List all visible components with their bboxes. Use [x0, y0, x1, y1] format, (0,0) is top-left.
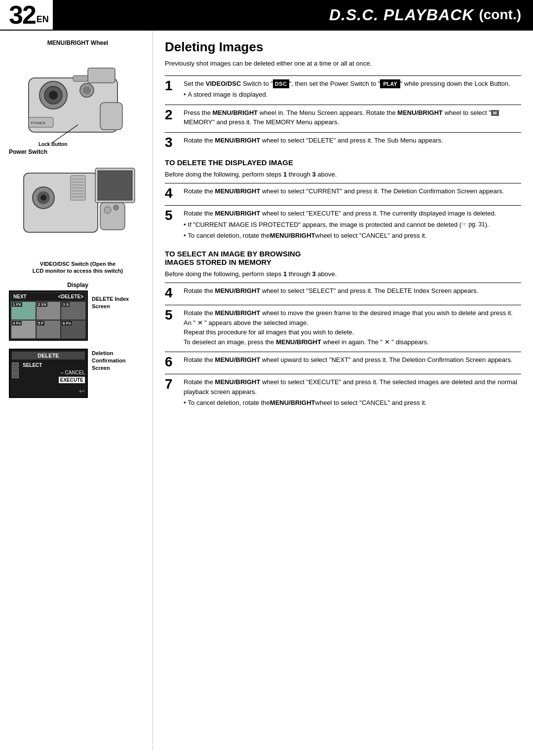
delete-index-screen: NEXT <DELETE> 1 FX 2 SX 3 S 4 Fn 5 F 6 F… [9, 290, 88, 342]
thumb-1: 1 FX [11, 302, 36, 320]
svg-rect-15 [98, 171, 132, 200]
page-title-cont: (cont.) [479, 7, 521, 23]
conf-select-label: SELECT [23, 362, 42, 368]
svg-rect-5 [100, 103, 122, 130]
conf-nav-icon: ↩ [79, 387, 85, 395]
menu-bright-label: MENU/BRIGHT Wheel [9, 39, 147, 46]
sub1-step-4-content: Rotate the MENU/BRIGHT wheel to select "… [184, 186, 521, 196]
conf-cancel-label: – CANCEL [61, 370, 85, 375]
page-title-block: D.S.C. PLAYBACK (cont.) [53, 0, 533, 30]
conf-bottom-nav: ↩ [12, 387, 85, 395]
deletion-conf-label-text: DeletionConfirmationScreen [92, 350, 125, 371]
display-section: Display NEXT <DELETE> 1 FX 2 SX 3 S 4 Fn [9, 282, 147, 398]
subsection-2-intro: Before doing the following, perform step… [165, 269, 521, 279]
page-header: 32 EN D.S.C. PLAYBACK (cont.) [0, 0, 533, 31]
svg-point-10 [83, 86, 91, 94]
thumb-3-label: 3 S [62, 302, 70, 307]
conf-execute-label: EXECUTE [59, 377, 85, 383]
sub2-step-7: 7 Rotate the MENU/BRIGHT wheel to select… [165, 374, 521, 408]
camera-bottom-diagram: VIDEO/DSC Switch (Open theLCD monitor to… [9, 158, 147, 275]
thumb-1-label: 1 FX [12, 302, 22, 307]
camera-top-diagram: MENU/BRIGHT Wheel Lock Button [9, 39, 147, 155]
svg-point-20 [104, 207, 111, 214]
page-title: D.S.C. PLAYBACK [329, 6, 474, 24]
step-3-number: 3 [165, 136, 184, 149]
page-number-block: 32 EN [0, 0, 53, 30]
intro-text: Previously shot images can be deleted ei… [165, 59, 521, 69]
step-1-number: 1 [165, 79, 184, 93]
subsection-1-intro: Before doing the following, perform step… [165, 170, 521, 180]
delete-index-screen-box: NEXT <DELETE> 1 FX 2 SX 3 S 4 Fn 5 F 6 F… [9, 290, 88, 341]
svg-text:POWER: POWER [31, 121, 45, 125]
thumb-4: 4 Fn [11, 321, 36, 338]
conf-sidebar-icons [12, 362, 19, 378]
step-2-content: Press the MENU/BRIGHT wheel in. The Menu… [184, 108, 521, 127]
sub1-step-4-number: 4 [165, 186, 184, 200]
sub2-step-7-bullet: To cancel deletion, rotate the MENU/BRIG… [184, 398, 521, 408]
delete-btn-label: <DELETE> [58, 294, 83, 299]
sidebar-icon-1 [12, 362, 19, 367]
sub2-step-7-number: 7 [165, 377, 184, 391]
step-1-content: Set the VIDEO/DSC Switch to "DSC", then … [184, 79, 521, 100]
sub1-step-5-bullet-2: To cancel deletion, rotate the MENU/BRIG… [184, 231, 521, 241]
step-3-content: Rotate the MENU/BRIGHT wheel to select "… [184, 136, 521, 145]
page-suffix: EN [37, 14, 49, 25]
step-2: 2 Press the MENU/BRIGHT wheel in. The Me… [165, 105, 521, 127]
delete-index-wrapper: NEXT <DELETE> 1 FX 2 SX 3 S 4 Fn 5 F 6 F… [9, 290, 147, 342]
svg-point-21 [114, 205, 118, 210]
pg-ref-1: ☞ pg. 31 [461, 220, 485, 229]
sub2-step-6: 6 Rotate the MENU/BRIGHT wheel upward to… [165, 352, 521, 369]
thumb-2: 2 SX [37, 302, 61, 320]
main-content: MENU/BRIGHT Wheel Lock Button [0, 31, 533, 751]
sub2-step-5-content: Rotate the MENU/BRIGHT wheel to move the… [184, 308, 521, 347]
thumb-6: 6 Fn [61, 321, 85, 338]
conf-main-content: SELECT – CANCEL EXECUTE [23, 362, 85, 383]
sub2-step-5-number: 5 [165, 308, 184, 322]
section-title: Deleting Images [165, 39, 521, 55]
sub2-step-6-number: 6 [165, 355, 184, 369]
sidebar-icon-2 [12, 368, 19, 373]
right-column: Deleting Images Previously shot images c… [153, 31, 533, 751]
sub2-step-4: 4 Rotate the MENU/BRIGHT wheel to select… [165, 283, 521, 300]
sub2-step-5: 5 Rotate the MENU/BRIGHT wheel to move t… [165, 305, 521, 347]
thumb-2-label: 2 SX [37, 302, 47, 307]
camera-bottom-svg [14, 158, 142, 257]
thumbnail-grid: 1 FX 2 SX 3 S 4 Fn 5 F 6 Fn [11, 302, 85, 338]
thumb-6-label: 6 Fn [62, 321, 72, 326]
page-number: 32 [9, 2, 36, 28]
step-2-number: 2 [165, 108, 184, 122]
svg-point-3 [49, 91, 58, 100]
deletion-conf-label: DeletionConfirmationScreen [92, 350, 125, 372]
subsection-1-title: To Delete the Displayed Image [165, 158, 521, 167]
next-btn-label: NEXT [13, 294, 27, 299]
camera-top-svg: Lock Button POWER [14, 48, 142, 147]
thumb-4-label: 4 Fn [12, 321, 22, 326]
dsc-badge: DSC [273, 79, 289, 89]
video-dsc-label: VIDEO/DSC Switch (Open theLCD monitor to… [9, 260, 147, 275]
thumb-3: 3 S [61, 302, 85, 320]
sub2-step-7-content: Rotate the MENU/BRIGHT wheel to select "… [184, 377, 521, 408]
sub2-step-4-content: Rotate the MENU/BRIGHT wheel to select "… [184, 286, 521, 296]
sub1-step-5-bullet-1: If "CURRENT IMAGE IS PROTECTED" appears,… [184, 220, 521, 230]
conf-delete-title: DELETE [12, 352, 85, 360]
delete-index-screen-label: DELETE IndexScreen [92, 295, 129, 311]
thumb-5: 5 F [37, 321, 61, 338]
left-column: MENU/BRIGHT Wheel Lock Button [0, 31, 153, 751]
delete-index-screen-label-text: DELETE IndexScreen [92, 296, 129, 309]
play-badge: PLAY [380, 79, 400, 89]
step-1: 1 Set the VIDEO/DSC Switch to "DSC", the… [165, 75, 521, 100]
sub1-step-5: 5 Rotate the MENU/BRIGHT wheel to select… [165, 205, 521, 241]
sub2-step-4-number: 4 [165, 286, 184, 300]
svg-point-18 [40, 195, 46, 201]
power-switch-label: Power Switch [9, 148, 147, 155]
sub1-step-5-number: 5 [165, 209, 184, 222]
sub2-step-6-content: Rotate the MENU/BRIGHT wheel upward to s… [184, 355, 521, 365]
step-3: 3 Rotate the MENU/BRIGHT wheel to select… [165, 132, 521, 149]
sub1-step-4: 4 Rotate the MENU/BRIGHT wheel to select… [165, 183, 521, 200]
memory-icon: M [491, 110, 499, 116]
delete-index-nav: NEXT <DELETE> [11, 293, 85, 300]
deletion-conf-wrapper: DELETE SELECT – CANCEL [9, 349, 147, 398]
deletion-conf-screen-box: DELETE SELECT – CANCEL [9, 349, 88, 398]
sub1-step-5-content: Rotate the MENU/BRIGHT wheel to select "… [184, 209, 521, 241]
subsection-2-title: To Select an Image by BrowsingImages Sto… [165, 250, 521, 266]
